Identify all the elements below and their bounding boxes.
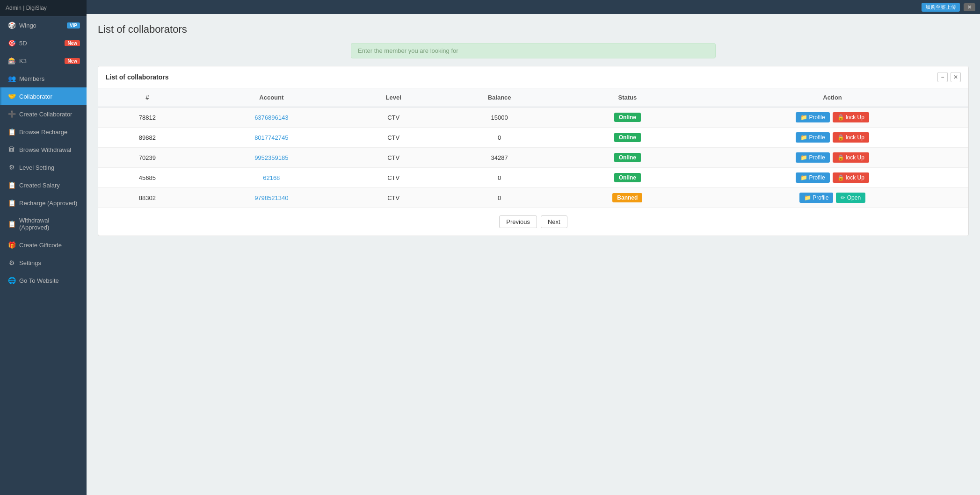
new-badge: New [65,40,80,46]
sidebar-item-go-to-website[interactable]: 🌐 Go To Website [0,272,87,289]
cell-account: 6376896143 [196,107,347,128]
next-btn[interactable]: Next [541,215,567,228]
table-body: 78812 6376896143 CTV 15000 Online 📁 Prof… [98,107,968,208]
lockup-btn[interactable]: 🔒 lock Up [833,132,869,143]
sidebar-item-recharge-approved[interactable]: 📋 Recharge (Approved) [0,194,87,212]
cell-action: 📁 Profile 🔒 lock Up [697,168,968,188]
search-container [98,43,969,58]
sidebar-item-collaborator[interactable]: 🤝 Collaborator [0,87,87,105]
create-collab-icon: ➕ [8,110,15,118]
cell-account: 9798521340 [196,188,347,208]
col-level: Level [347,88,441,107]
cell-id: 89882 [98,128,196,148]
sidebar-item-level-setting[interactable]: ⚙ Level Setting [0,158,87,176]
sidebar-item-label: Browse Recharge [19,129,67,136]
status-badge: Online [614,173,641,182]
account-link[interactable]: 62168 [263,174,280,181]
cell-id: 45685 [98,168,196,188]
sidebar-item-browse-recharge[interactable]: 📋 Browse Recharge [0,123,87,141]
cell-level: CTV [347,107,441,128]
sidebar-item-created-salary[interactable]: 📋 Created Salary [0,176,87,194]
cell-balance: 0 [441,168,559,188]
previous-btn[interactable]: Previous [499,215,537,228]
profile-btn[interactable]: 📁 Profile [799,193,833,203]
lockup-btn[interactable]: 🔒 lock Up [833,172,869,183]
profile-btn[interactable]: 📁 Profile [796,112,829,122]
sidebar-item-withdrawal-approved[interactable]: 📋 Withdrawal (Approved) [0,212,87,236]
table-row: 78812 6376896143 CTV 15000 Online 📁 Prof… [98,107,968,128]
cell-status: Online [559,148,697,168]
withdrawal-approved-icon: 📋 [8,220,15,228]
close-btn[interactable]: ✕ [964,3,975,11]
col-id: # [98,88,196,107]
sidebar-item-label: K3 [19,57,27,65]
cell-action: 📁 Profile 🔒 lock Up [697,148,968,168]
lockup-btn[interactable]: 🔒 lock Up [833,112,869,122]
5d-icon: 🎯 [8,39,15,47]
sidebar-item-create-collaborator[interactable]: ➕ Create Collaborator [0,105,87,123]
status-badge: Online [614,133,641,142]
sidebar-item-label: 5D [19,40,27,47]
lockup-btn[interactable]: 🔒 lock Up [833,152,869,163]
open-btn[interactable]: ✏ Open [836,193,865,203]
cell-id: 78812 [98,107,196,128]
page-title: List of collaborators [98,23,969,36]
status-badge: Online [614,153,641,162]
cell-level: CTV [347,168,441,188]
sidebar-item-settings[interactable]: ⚙ Settings [0,254,87,272]
sidebar-item-label: Browse Withdrawal [19,146,71,153]
topbar-right: 加购至签上传 ✕ [922,3,975,12]
cell-id: 70239 [98,148,196,168]
pagination: Previous Next [98,208,968,236]
profile-btn[interactable]: 📁 Profile [796,172,829,183]
table-head: # Account Level Balance Status Action [98,88,968,107]
profile-btn[interactable]: 📁 Profile [796,132,829,143]
col-status: Status [559,88,697,107]
k3-icon: 🎰 [8,57,15,65]
action-buttons: 📁 Profile 🔒 lock Up [704,132,961,143]
new-badge-k3: New [65,58,80,64]
sidebar-item-label: Level Setting [19,164,54,171]
cell-level: CTV [347,188,441,208]
sidebar-item-5d[interactable]: 🎯 5D New [0,34,87,52]
search-input[interactable] [351,43,716,58]
vip-badge: VIP [67,22,80,29]
sidebar-item-members[interactable]: 👥 Members [0,70,87,87]
action-buttons: 📁 Profile ✏ Open [704,193,961,203]
sidebar-item-label: Collaborator [19,93,52,100]
account-link[interactable]: 9798521340 [254,194,288,201]
sidebar-item-label: Go To Website [19,277,59,284]
collaborator-icon: 🤝 [8,93,15,100]
collaborators-card: List of collaborators − ✕ # Account Leve… [98,66,969,236]
sidebar-item-create-giftcode[interactable]: 🎁 Create Giftcode [0,236,87,254]
cell-balance: 15000 [441,107,559,128]
sidebar-item-label: Withdrawal (Approved) [19,217,80,231]
website-icon: 🌐 [8,277,15,284]
cell-status: Online [559,168,697,188]
members-icon: 👥 [8,75,15,82]
sidebar-item-browse-withdrawal[interactable]: 🏛 Browse Withdrawal [0,141,87,158]
account-link[interactable]: 9952359185 [254,154,288,161]
close-card-btn[interactable]: ✕ [951,72,961,82]
cell-status: Online [559,107,697,128]
action-buttons: 📁 Profile 🔒 lock Up [704,152,961,163]
recharge-approved-icon: 📋 [8,199,15,207]
profile-btn[interactable]: 📁 Profile [796,152,829,163]
cell-balance: 34287 [441,148,559,168]
upload-btn[interactable]: 加购至签上传 [922,3,960,12]
sidebar-item-wingo[interactable]: 🎲 Wingo VIP [0,16,87,34]
sidebar-item-label: Settings [19,259,41,266]
sidebar-item-label: Create Giftcode [19,242,62,249]
card-header: List of collaborators − ✕ [98,66,968,88]
account-link[interactable]: 6376896143 [254,114,288,121]
sidebar-item-k3[interactable]: 🎰 K3 New [0,52,87,70]
table-row: 88302 9798521340 CTV 0 Banned 📁 Profile … [98,188,968,208]
browse-withdrawal-icon: 🏛 [8,146,15,153]
table-header-row: # Account Level Balance Status Action [98,88,968,107]
minimize-btn[interactable]: − [937,72,948,82]
card-title: List of collaborators [106,73,169,81]
account-link[interactable]: 8017742745 [254,134,288,141]
browse-recharge-icon: 📋 [8,128,15,136]
sidebar-item-label: Recharge (Approved) [19,200,77,207]
status-badge: Online [614,113,641,122]
